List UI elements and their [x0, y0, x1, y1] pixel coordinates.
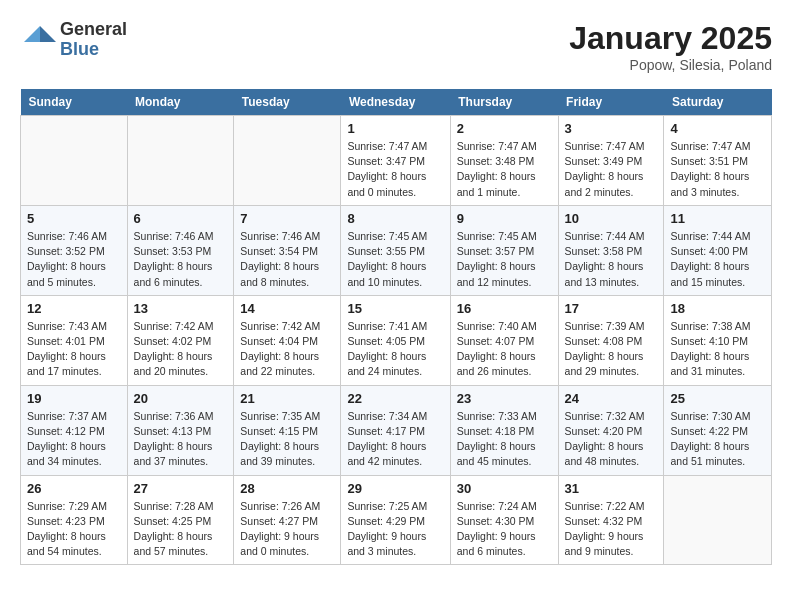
day-info: Sunrise: 7:22 AM Sunset: 4:32 PM Dayligh… — [565, 499, 658, 560]
day-info: Sunrise: 7:47 AM Sunset: 3:48 PM Dayligh… — [457, 139, 552, 200]
weekday-header-friday: Friday — [558, 89, 664, 116]
day-number: 1 — [347, 121, 443, 136]
calendar-cell: 27Sunrise: 7:28 AM Sunset: 4:25 PM Dayli… — [127, 475, 234, 565]
day-number: 12 — [27, 301, 121, 316]
calendar-cell: 21Sunrise: 7:35 AM Sunset: 4:15 PM Dayli… — [234, 385, 341, 475]
day-info: Sunrise: 7:46 AM Sunset: 3:54 PM Dayligh… — [240, 229, 334, 290]
day-number: 19 — [27, 391, 121, 406]
day-number: 28 — [240, 481, 334, 496]
calendar-cell: 9Sunrise: 7:45 AM Sunset: 3:57 PM Daylig… — [450, 205, 558, 295]
day-number: 4 — [670, 121, 765, 136]
calendar-cell — [21, 116, 128, 206]
calendar-cell: 22Sunrise: 7:34 AM Sunset: 4:17 PM Dayli… — [341, 385, 450, 475]
calendar-week-row: 19Sunrise: 7:37 AM Sunset: 4:12 PM Dayli… — [21, 385, 772, 475]
day-info: Sunrise: 7:35 AM Sunset: 4:15 PM Dayligh… — [240, 409, 334, 470]
calendar-cell: 6Sunrise: 7:46 AM Sunset: 3:53 PM Daylig… — [127, 205, 234, 295]
calendar-cell: 13Sunrise: 7:42 AM Sunset: 4:02 PM Dayli… — [127, 295, 234, 385]
calendar-week-row: 5Sunrise: 7:46 AM Sunset: 3:52 PM Daylig… — [21, 205, 772, 295]
title-block: January 2025 Popow, Silesia, Poland — [569, 20, 772, 73]
calendar-cell: 30Sunrise: 7:24 AM Sunset: 4:30 PM Dayli… — [450, 475, 558, 565]
day-number: 23 — [457, 391, 552, 406]
day-number: 17 — [565, 301, 658, 316]
calendar-cell: 25Sunrise: 7:30 AM Sunset: 4:22 PM Dayli… — [664, 385, 772, 475]
calendar-cell: 14Sunrise: 7:42 AM Sunset: 4:04 PM Dayli… — [234, 295, 341, 385]
day-number: 18 — [670, 301, 765, 316]
day-info: Sunrise: 7:34 AM Sunset: 4:17 PM Dayligh… — [347, 409, 443, 470]
day-number: 14 — [240, 301, 334, 316]
calendar-cell: 17Sunrise: 7:39 AM Sunset: 4:08 PM Dayli… — [558, 295, 664, 385]
day-number: 6 — [134, 211, 228, 226]
calendar-cell: 18Sunrise: 7:38 AM Sunset: 4:10 PM Dayli… — [664, 295, 772, 385]
day-number: 10 — [565, 211, 658, 226]
logo-general-label: General — [60, 20, 127, 40]
calendar-cell: 2Sunrise: 7:47 AM Sunset: 3:48 PM Daylig… — [450, 116, 558, 206]
day-info: Sunrise: 7:28 AM Sunset: 4:25 PM Dayligh… — [134, 499, 228, 560]
day-info: Sunrise: 7:30 AM Sunset: 4:22 PM Dayligh… — [670, 409, 765, 470]
day-info: Sunrise: 7:38 AM Sunset: 4:10 PM Dayligh… — [670, 319, 765, 380]
weekday-header-row: SundayMondayTuesdayWednesdayThursdayFrid… — [21, 89, 772, 116]
calendar-cell: 4Sunrise: 7:47 AM Sunset: 3:51 PM Daylig… — [664, 116, 772, 206]
calendar-cell: 7Sunrise: 7:46 AM Sunset: 3:54 PM Daylig… — [234, 205, 341, 295]
day-info: Sunrise: 7:42 AM Sunset: 4:04 PM Dayligh… — [240, 319, 334, 380]
day-info: Sunrise: 7:26 AM Sunset: 4:27 PM Dayligh… — [240, 499, 334, 560]
day-number: 15 — [347, 301, 443, 316]
day-number: 21 — [240, 391, 334, 406]
weekday-header-wednesday: Wednesday — [341, 89, 450, 116]
calendar-cell: 28Sunrise: 7:26 AM Sunset: 4:27 PM Dayli… — [234, 475, 341, 565]
day-info: Sunrise: 7:24 AM Sunset: 4:30 PM Dayligh… — [457, 499, 552, 560]
day-number: 7 — [240, 211, 334, 226]
svg-marker-1 — [24, 26, 40, 42]
calendar-cell: 5Sunrise: 7:46 AM Sunset: 3:52 PM Daylig… — [21, 205, 128, 295]
day-number: 20 — [134, 391, 228, 406]
weekday-header-tuesday: Tuesday — [234, 89, 341, 116]
weekday-header-monday: Monday — [127, 89, 234, 116]
day-info: Sunrise: 7:36 AM Sunset: 4:13 PM Dayligh… — [134, 409, 228, 470]
day-info: Sunrise: 7:44 AM Sunset: 3:58 PM Dayligh… — [565, 229, 658, 290]
day-info: Sunrise: 7:39 AM Sunset: 4:08 PM Dayligh… — [565, 319, 658, 380]
calendar-week-row: 12Sunrise: 7:43 AM Sunset: 4:01 PM Dayli… — [21, 295, 772, 385]
day-number: 24 — [565, 391, 658, 406]
day-info: Sunrise: 7:40 AM Sunset: 4:07 PM Dayligh… — [457, 319, 552, 380]
day-info: Sunrise: 7:41 AM Sunset: 4:05 PM Dayligh… — [347, 319, 443, 380]
day-info: Sunrise: 7:42 AM Sunset: 4:02 PM Dayligh… — [134, 319, 228, 380]
calendar-table: SundayMondayTuesdayWednesdayThursdayFrid… — [20, 89, 772, 565]
calendar-cell: 20Sunrise: 7:36 AM Sunset: 4:13 PM Dayli… — [127, 385, 234, 475]
day-number: 13 — [134, 301, 228, 316]
day-number: 2 — [457, 121, 552, 136]
logo: General Blue — [20, 20, 127, 60]
calendar-cell: 16Sunrise: 7:40 AM Sunset: 4:07 PM Dayli… — [450, 295, 558, 385]
day-number: 11 — [670, 211, 765, 226]
location-label: Popow, Silesia, Poland — [569, 57, 772, 73]
calendar-cell: 24Sunrise: 7:32 AM Sunset: 4:20 PM Dayli… — [558, 385, 664, 475]
calendar-cell: 12Sunrise: 7:43 AM Sunset: 4:01 PM Dayli… — [21, 295, 128, 385]
weekday-header-sunday: Sunday — [21, 89, 128, 116]
calendar-cell — [127, 116, 234, 206]
weekday-header-saturday: Saturday — [664, 89, 772, 116]
logo-icon — [20, 22, 56, 58]
calendar-cell: 29Sunrise: 7:25 AM Sunset: 4:29 PM Dayli… — [341, 475, 450, 565]
calendar-cell: 10Sunrise: 7:44 AM Sunset: 3:58 PM Dayli… — [558, 205, 664, 295]
calendar-cell — [234, 116, 341, 206]
calendar-cell: 23Sunrise: 7:33 AM Sunset: 4:18 PM Dayli… — [450, 385, 558, 475]
day-number: 3 — [565, 121, 658, 136]
day-number: 30 — [457, 481, 552, 496]
page-header: General Blue January 2025 Popow, Silesia… — [20, 20, 772, 73]
day-number: 9 — [457, 211, 552, 226]
day-number: 29 — [347, 481, 443, 496]
day-info: Sunrise: 7:33 AM Sunset: 4:18 PM Dayligh… — [457, 409, 552, 470]
calendar-cell: 8Sunrise: 7:45 AM Sunset: 3:55 PM Daylig… — [341, 205, 450, 295]
day-number: 25 — [670, 391, 765, 406]
day-number: 26 — [27, 481, 121, 496]
logo-text: General Blue — [60, 20, 127, 60]
svg-marker-0 — [40, 26, 56, 42]
calendar-cell: 19Sunrise: 7:37 AM Sunset: 4:12 PM Dayli… — [21, 385, 128, 475]
calendar-cell: 26Sunrise: 7:29 AM Sunset: 4:23 PM Dayli… — [21, 475, 128, 565]
day-info: Sunrise: 7:37 AM Sunset: 4:12 PM Dayligh… — [27, 409, 121, 470]
day-info: Sunrise: 7:44 AM Sunset: 4:00 PM Dayligh… — [670, 229, 765, 290]
calendar-cell: 1Sunrise: 7:47 AM Sunset: 3:47 PM Daylig… — [341, 116, 450, 206]
calendar-cell: 3Sunrise: 7:47 AM Sunset: 3:49 PM Daylig… — [558, 116, 664, 206]
day-info: Sunrise: 7:46 AM Sunset: 3:53 PM Dayligh… — [134, 229, 228, 290]
day-info: Sunrise: 7:43 AM Sunset: 4:01 PM Dayligh… — [27, 319, 121, 380]
day-number: 8 — [347, 211, 443, 226]
day-number: 5 — [27, 211, 121, 226]
